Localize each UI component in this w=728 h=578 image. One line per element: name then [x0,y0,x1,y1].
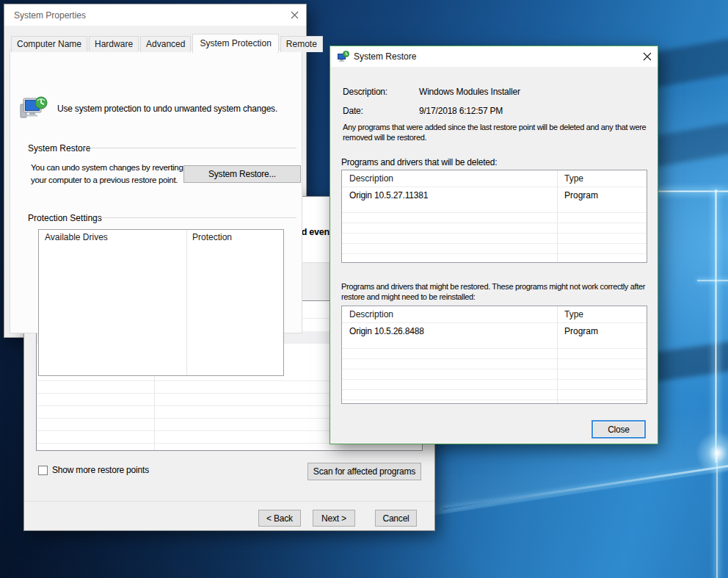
close-icon [291,11,299,19]
column-header-protection[interactable]: Protection [192,232,232,242]
close-button[interactable] [638,48,656,65]
close-button[interactable] [285,7,303,23]
deleted-programs-table: Description Type Origin 10.5.27.11381 Pr… [341,170,647,263]
tab-remote[interactable]: Remote [280,36,323,52]
column-header-description[interactable]: Description [349,309,393,319]
protection-settings-group-label: Protection Settings [28,213,102,223]
desktop-wallpaper: System Properties Computer Name Hardware… [0,0,728,578]
close-icon [643,52,652,61]
system-properties-titlebar[interactable]: System Properties [4,4,306,26]
detail-titlebar[interactable]: System Restore [330,46,658,67]
show-more-restore-points-checkbox[interactable] [38,466,48,475]
wallpaper-light-beam [655,189,728,193]
column-header-available-drives[interactable]: Available Drives [45,232,108,242]
restored-programs-label: Programs and drivers that might be resto… [341,281,659,303]
system-restore-group-label: System Restore [28,143,90,153]
system-restore-detail-window: System Restore Description: Windows Modu… [330,46,658,444]
header-divider [342,187,647,187]
header-divider [342,322,647,323]
system-restore-icon [338,51,349,62]
warning-text: Any programs that were added since the l… [343,122,660,143]
group-divider [84,148,296,148]
program-description[interactable]: Origin 10.5.26.8488 [349,326,424,336]
date-label: Date: [343,106,363,116]
system-restore-description: You can undo system changes by reverting… [31,162,189,186]
system-protection-tab-page: Use system protection to undo unwanted s… [10,49,302,333]
system-properties-window: System Properties Computer Name Hardware… [4,4,307,338]
back-button[interactable]: < Back [258,510,301,527]
window-title: System Properties [14,10,86,21]
system-protection-icon [19,94,48,123]
wallpaper-light-beam [697,279,728,282]
group-divider [97,217,296,218]
restored-programs-table: Description Type Origin 10.5.26.8488 Pro… [341,306,647,404]
tab-computer-name[interactable]: Computer Name [11,36,87,52]
wallpaper-light-beam [714,189,718,463]
button-row-divider [24,501,434,502]
tab-intro-text: Use system protection to undo unwanted s… [57,104,303,114]
scan-for-affected-programs-button[interactable]: Scan for affected programs [307,463,421,480]
column-header-type[interactable]: Type [564,309,583,319]
empty-rows [342,203,647,262]
cancel-button[interactable]: Cancel [375,510,417,527]
wallpaper-light-beam [442,464,728,510]
deleted-programs-label: Programs and drivers that will be delete… [341,157,497,167]
protection-settings-table: Available Drives Protection [38,229,284,376]
program-description[interactable]: Origin 10.5.27.11381 [349,190,428,201]
program-type: Program [564,190,598,201]
description-value: Windows Modules Installer [419,87,520,97]
tab-strip: Computer Name Hardware Advanced System P… [11,34,324,52]
show-more-restore-points-label: Show more restore points [52,465,149,475]
system-restore-button[interactable]: System Restore... [183,165,301,183]
next-button[interactable]: Next > [313,510,355,527]
tab-advanced[interactable]: Advanced [140,36,191,52]
column-header-description[interactable]: Description [349,173,393,184]
description-label: Description: [343,87,387,97]
tab-system-protection[interactable]: System Protection [192,34,278,53]
wallpaper-light-glow [696,431,728,475]
column-header-type[interactable]: Type [564,173,583,184]
wallpaper-light-beam [716,449,718,578]
window-title: System Restore [354,51,416,62]
column-divider [186,230,187,375]
close-dialog-button[interactable]: Close [592,420,646,438]
empty-rows [342,339,647,403]
date-value: 9/17/2018 6:12:57 PM [419,106,503,116]
tab-hardware[interactable]: Hardware [89,36,139,52]
program-type: Program [564,326,598,336]
